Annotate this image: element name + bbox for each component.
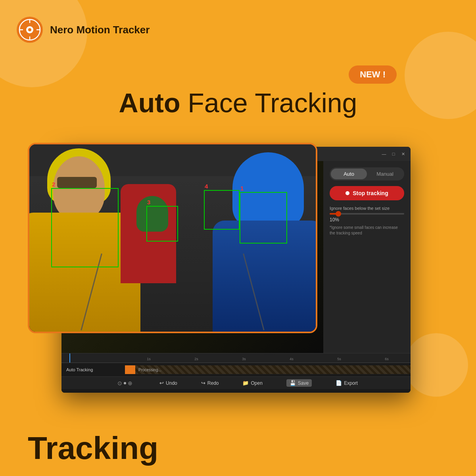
zoom-controls: ⊙ ⊕	[114, 380, 136, 386]
minimize-button[interactable]: —	[381, 151, 387, 157]
tab-manual[interactable]: Manual	[367, 169, 403, 179]
stop-tracking-button[interactable]: Stop tracking	[330, 186, 404, 200]
ruler-marks: 1s 2s 3s 4s 5s 6s	[125, 357, 411, 361]
app-title: Nero Motion Tracker	[50, 24, 150, 36]
zoom-in-button[interactable]: ⊕	[128, 380, 132, 386]
timeline-area: 1s 2s 3s 4s 5s 6s Auto Tracking Processi…	[61, 353, 411, 393]
face-label-3: 3	[147, 199, 150, 205]
size-slider-track[interactable]	[330, 213, 404, 215]
face-box-1: 1	[240, 192, 287, 244]
open-icon: 📁	[242, 380, 249, 386]
stop-dot-icon	[345, 191, 349, 195]
right-panel: Auto Manual Stop tracking Ignore faces b…	[323, 161, 411, 353]
timeline-ruler: 1s 2s 3s 4s 5s 6s	[61, 353, 411, 363]
face-box-2: 2	[51, 188, 119, 267]
face-label-1: 1	[240, 185, 244, 192]
export-button[interactable]: 📄 Export	[336, 380, 358, 386]
export-label: Export	[344, 380, 358, 386]
processing-text: Processing...	[138, 368, 161, 372]
save-button[interactable]: 💾 Save	[286, 379, 312, 387]
ruler-mark-1: 1s	[125, 357, 173, 361]
bg-circle-top-right	[405, 32, 476, 119]
track-label: Auto Tracking	[61, 367, 125, 372]
tracking-label: Tracking	[28, 432, 158, 464]
maximize-button[interactable]: □	[391, 151, 396, 157]
redo-button[interactable]: ↪ Redo	[201, 380, 219, 386]
ruler-mark-4: 4s	[268, 357, 315, 361]
save-icon: 💾	[290, 380, 296, 386]
track-orange-block	[125, 365, 135, 374]
track-content: Processing...	[125, 365, 411, 374]
undo-label: Undo	[166, 380, 177, 386]
export-icon: 📄	[336, 380, 342, 386]
stop-tracking-label: Stop tracking	[353, 190, 388, 196]
face-label-2: 2	[52, 181, 55, 188]
video-scene: 2 3 4 1	[29, 144, 316, 332]
undo-button[interactable]: ↩ Undo	[159, 380, 177, 386]
close-button[interactable]: ✕	[400, 151, 406, 157]
hint-text: *Ignore some small faces can increase th…	[330, 225, 404, 236]
bg-circle-top-left	[0, 0, 87, 87]
headline-bold: Auto	[119, 88, 180, 118]
ruler-mark-6: 6s	[363, 357, 411, 361]
face-box-4: 4	[204, 190, 240, 230]
open-button[interactable]: 📁 Open	[242, 380, 262, 386]
save-label: Save	[298, 380, 309, 386]
header: Nero Motion Tracker	[16, 16, 150, 44]
mode-tabs: Auto Manual	[330, 167, 404, 180]
slider-thumb[interactable]	[336, 211, 341, 217]
track-processing-area: Processing...	[135, 365, 411, 374]
playhead	[69, 353, 70, 363]
undo-icon: ↩	[159, 380, 164, 386]
settings-label: Ignore faces below the set size	[330, 206, 404, 211]
timeline-footer: ⊙ ⊕ ↩ Undo ↪ Redo 📁 Open 💾 Save 📄	[61, 376, 411, 389]
app-logo	[16, 16, 44, 44]
ruler-mark-3: 3s	[220, 357, 268, 361]
slider-value: 10%	[330, 217, 404, 223]
face-size-setting: Ignore faces below the set size 10% *Ign…	[330, 206, 404, 236]
redo-icon: ↪	[201, 380, 205, 386]
ruler-mark-5: 5s	[315, 357, 363, 361]
svg-point-3	[28, 28, 31, 31]
headline: Auto Face Tracking	[119, 87, 357, 118]
open-label: Open	[251, 380, 262, 386]
redo-label: Redo	[207, 380, 219, 386]
zoom-dot	[124, 382, 126, 384]
tab-auto[interactable]: Auto	[331, 169, 367, 179]
face-label-4: 4	[205, 183, 208, 190]
video-frame: 2 3 4 1	[28, 143, 317, 333]
zoom-out-button[interactable]: ⊙	[117, 380, 122, 386]
yellow-glasses	[57, 177, 97, 188]
tracking-label-area: Tracking	[28, 432, 158, 464]
ruler-mark-2: 2s	[173, 357, 220, 361]
new-badge: NEW !	[349, 65, 397, 84]
face-box-3: 3	[146, 206, 178, 242]
timeline-track-row: Auto Tracking Processing...	[61, 363, 411, 376]
headline-rest: Face Tracking	[180, 88, 357, 118]
bg-circle-bottom-right	[405, 333, 468, 397]
